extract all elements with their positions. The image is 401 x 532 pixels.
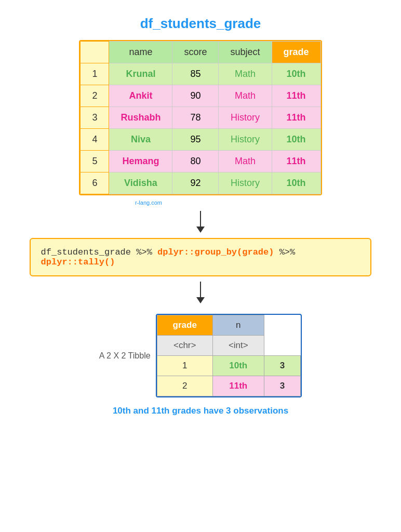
main-table-cell-name: Krunal [109, 63, 172, 85]
main-table-cell-grade: 11th [272, 107, 320, 129]
main-table-cell-grade: 10th [272, 63, 320, 85]
main-table-cell-score: 95 [172, 129, 219, 151]
main-table-cell-name: Vidisha [109, 172, 172, 194]
main-table-cell-grade: 11th [272, 151, 320, 172]
second-table-header-row-1: grade n [157, 315, 301, 336]
main-table-cell-subject: History [219, 107, 272, 129]
second-table-cell-idx: 1 [157, 356, 212, 376]
main-table-header-row: name score subject grade [81, 42, 320, 63]
main-table-header-subject: subject [219, 42, 272, 63]
second-table-header-grade: grade [157, 315, 212, 336]
main-table-cell-name: Hemang [109, 151, 172, 172]
main-table-cell-idx: 4 [81, 129, 109, 151]
second-table-wrapper: grade n <chr> <int> 1 10th 3 2 11th 3 [156, 314, 302, 397]
second-table-row: 1 10th 3 [157, 356, 301, 376]
arrow-head-1 [196, 227, 205, 233]
main-table-cell-subject: Math [219, 63, 272, 85]
second-table-cell-n: 3 [264, 356, 300, 376]
main-table-cell-idx: 1 [81, 63, 109, 85]
main-table-cell-grade: 11th [272, 85, 320, 107]
second-table-header-row-2: <chr> <int> [157, 336, 301, 356]
arrow-1 [196, 211, 205, 233]
second-table-cell-grade: 11th [212, 376, 264, 396]
second-table-type-n: <int> [212, 336, 264, 356]
main-table-cell-score: 78 [172, 107, 219, 129]
main-table-cell-score: 80 [172, 151, 219, 172]
second-table-type-grade: <chr> [157, 336, 212, 356]
tibble-label: A 2 X 2 Tibble [99, 351, 151, 361]
main-table-row: 5 Hemang 80 Math 11th [81, 151, 320, 172]
main-table-cell-idx: 6 [81, 172, 109, 194]
main-table-cell-score: 85 [172, 63, 219, 85]
main-table-row: 6 Vidisha 92 History 10th [81, 172, 320, 194]
main-table-cell-score: 90 [172, 85, 219, 107]
second-table-cell-grade: 10th [212, 356, 264, 376]
main-table-wrapper: name score subject grade 1 Krunal 85 Mat… [79, 40, 322, 195]
main-table-header-name: name [109, 42, 172, 63]
bottom-note: 10th and 11th grades have 3 observations [113, 406, 288, 416]
main-table-cell-subject: History [219, 129, 272, 151]
second-table-section: A 2 X 2 Tibble grade n <chr> <int> 1 10t… [99, 314, 302, 397]
arrow-2 [196, 282, 205, 303]
main-table: name score subject grade 1 Krunal 85 Mat… [80, 41, 320, 194]
main-table-cell-idx: 2 [81, 85, 109, 107]
main-table-cell-name: Rushabh [109, 107, 172, 129]
main-table-row: 1 Krunal 85 Math 10th [81, 63, 320, 85]
main-table-header-grade: grade [272, 42, 320, 63]
page-title: df_students_grade [140, 16, 261, 32]
main-table-cell-grade: 10th [272, 172, 320, 194]
second-table-row: 2 11th 3 [157, 376, 301, 396]
second-table-header-n: n [212, 315, 264, 336]
main-table-header-empty [81, 42, 109, 63]
code-prefix: df_students_grade %>% [41, 247, 157, 257]
main-table-cell-subject: History [219, 172, 272, 194]
arrow-line-2 [200, 282, 201, 297]
code-func2: dplyr::tally() [41, 257, 115, 267]
main-table-cell-subject: Math [219, 85, 272, 107]
arrow-line-1 [200, 211, 201, 227]
main-table-cell-score: 92 [172, 172, 219, 194]
code-box: df_students_grade %>% dplyr::group_by(gr… [30, 238, 372, 276]
main-table-header-score: score [172, 42, 219, 63]
watermark-label: r-lang.com [135, 200, 162, 206]
main-table-cell-idx: 5 [81, 151, 109, 172]
main-table-row: 2 Ankit 90 Math 11th [81, 85, 320, 107]
main-table-cell-name: Niva [109, 129, 172, 151]
main-table-cell-idx: 3 [81, 107, 109, 129]
main-table-cell-subject: Math [219, 151, 272, 172]
second-table-cell-n: 3 [264, 376, 300, 396]
main-table-row: 4 Niva 95 History 10th [81, 129, 320, 151]
code-middle: %>% [274, 247, 295, 257]
arrow-head-2 [196, 297, 205, 303]
main-table-cell-grade: 10th [272, 129, 320, 151]
second-table-cell-idx: 2 [157, 376, 212, 396]
main-table-row: 3 Rushabh 78 History 11th [81, 107, 320, 129]
code-func1: dplyr::group_by(grade) [157, 247, 274, 257]
second-table: grade n <chr> <int> 1 10th 3 2 11th 3 [157, 315, 301, 396]
main-table-cell-name: Ankit [109, 85, 172, 107]
